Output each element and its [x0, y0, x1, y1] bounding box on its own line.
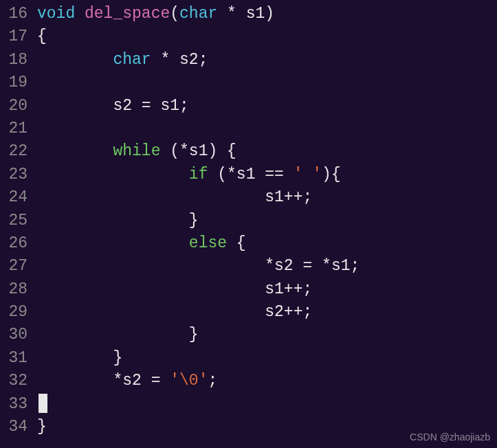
- code-token: [37, 51, 113, 69]
- code-line: [37, 393, 497, 416]
- code-token: }: [37, 418, 47, 436]
- code-token: s1: [246, 5, 265, 23]
- code-token: [37, 280, 265, 298]
- line-number: 18: [0, 49, 27, 71]
- code-token: s2++;: [265, 303, 312, 321]
- code-token: *: [227, 5, 246, 23]
- line-number: 26: [0, 232, 27, 255]
- line-number: 21: [0, 117, 27, 140]
- code-token: [37, 372, 113, 390]
- code-token: *s2 =: [113, 372, 170, 390]
- line-number: 28: [0, 278, 27, 301]
- code-token: [37, 188, 265, 206]
- line-number-gutter: 16171819202122232425262728293031323334: [0, 3, 32, 438]
- code-token: [37, 166, 189, 183]
- code-token: }: [113, 349, 122, 367]
- code-token: s1++;: [265, 280, 312, 298]
- code-token: [37, 212, 189, 229]
- code-token: }: [189, 326, 199, 344]
- line-number: 30: [0, 324, 27, 346]
- code-token: s2;: [179, 51, 208, 69]
- line-number: 27: [0, 255, 27, 278]
- line-number: 20: [0, 95, 27, 117]
- code-line: }: [37, 347, 497, 370]
- code-token: [37, 97, 113, 115]
- code-token: char: [113, 51, 160, 69]
- code-token: char: [179, 5, 227, 23]
- code-line: [37, 71, 497, 94]
- code-editor: 16171819202122232425262728293031323334 v…: [0, 0, 497, 438]
- line-number: 34: [0, 416, 27, 438]
- code-token: *: [160, 51, 179, 69]
- code-line: {: [37, 25, 497, 48]
- code-line: s1++;: [37, 278, 497, 301]
- code-token: ;: [208, 372, 217, 390]
- code-token: {: [236, 234, 246, 252]
- code-token: {: [37, 27, 47, 45]
- code-token: del_space: [85, 5, 170, 23]
- code-token: while: [113, 142, 170, 160]
- code-line: if (*s1 == ' '){: [37, 164, 497, 186]
- code-line: s2++;: [37, 301, 497, 324]
- line-number: 23: [0, 164, 27, 186]
- code-token: *s2 = *s1;: [265, 257, 360, 275]
- code-line: [37, 117, 497, 140]
- code-token: (*s1) {: [170, 142, 236, 160]
- code-token: void: [37, 5, 85, 23]
- code-line: *s2 = *s1;: [37, 255, 497, 278]
- code-token: ): [265, 5, 274, 23]
- code-token: if: [189, 166, 217, 183]
- code-token: (*s1 ==: [217, 166, 293, 183]
- code-line: }: [37, 210, 497, 232]
- code-token: }: [189, 212, 199, 229]
- code-line: }: [37, 324, 497, 346]
- code-token: [37, 303, 265, 321]
- code-line: while (*s1) {: [37, 140, 497, 163]
- code-token: [37, 257, 265, 275]
- line-number: 22: [0, 140, 27, 163]
- code-token: s2 = s1;: [113, 97, 188, 115]
- code-line: s2 = s1;: [37, 95, 497, 117]
- watermark-text: CSDN @zhaojiazb: [410, 430, 490, 444]
- code-token: s1++;: [265, 188, 312, 206]
- line-number: 31: [0, 347, 27, 370]
- code-line: else {: [37, 232, 497, 255]
- code-line: char * s2;: [37, 49, 497, 71]
- code-line: s1++;: [37, 186, 497, 209]
- code-line: void del_space(char * s1): [37, 3, 497, 25]
- line-number: 25: [0, 210, 27, 232]
- code-token: [37, 349, 113, 367]
- code-token: '\0': [170, 372, 208, 390]
- line-number: 29: [0, 301, 27, 324]
- code-token: ' ': [294, 166, 322, 183]
- code-area[interactable]: void del_space(char * s1){ char * s2; s2…: [32, 3, 497, 438]
- code-line: *s2 = '\0';: [37, 370, 497, 392]
- code-token: [37, 142, 113, 160]
- code-token: [37, 234, 189, 252]
- line-number: 32: [0, 370, 27, 392]
- line-number: 33: [0, 393, 27, 416]
- code-token: [37, 326, 189, 344]
- code-token: (: [170, 5, 179, 23]
- line-number: 19: [0, 71, 27, 94]
- line-number: 24: [0, 186, 27, 209]
- line-number: 16: [0, 3, 27, 25]
- code-token: ){: [322, 166, 341, 183]
- code-token: else: [189, 234, 236, 252]
- line-number: 17: [0, 25, 27, 48]
- text-cursor: [38, 394, 47, 413]
